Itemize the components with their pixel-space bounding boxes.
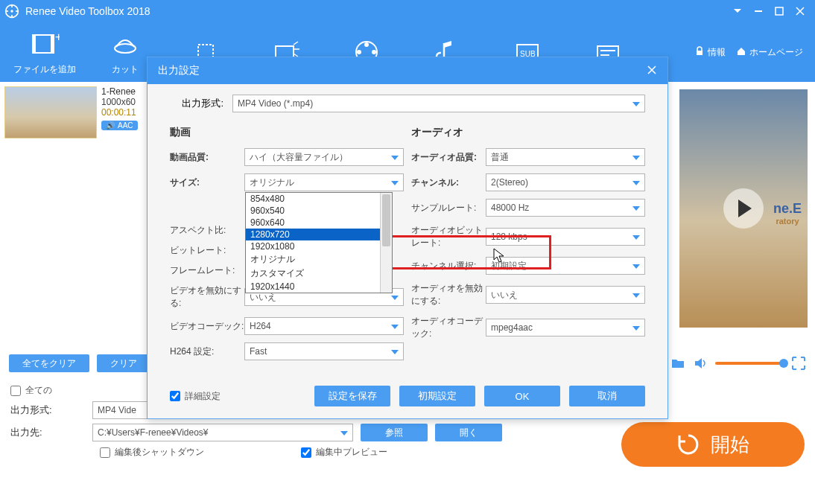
chevron-down-icon: [391, 152, 399, 162]
channel-select-label: チャンネル選択:: [411, 260, 486, 272]
size-option[interactable]: オリジナル: [246, 252, 392, 267]
modal-footer: 詳細設定 設定を保存 初期設定 OK 取消: [148, 378, 667, 418]
size-option[interactable]: 1280x720: [246, 229, 392, 240]
audio-bitrate-label: オーディオビットレート:: [411, 224, 486, 249]
start-button[interactable]: 開始: [621, 422, 805, 467]
info-link[interactable]: 情報: [694, 46, 726, 59]
aspect-ratio-label: アスペクト比:: [170, 224, 244, 237]
home-icon: [736, 46, 746, 59]
open-folder-icon[interactable]: [670, 356, 685, 371]
volume-icon[interactable]: [693, 356, 708, 371]
dropdown-scrollbar[interactable]: [380, 193, 392, 293]
video-codec-select[interactable]: H264: [244, 317, 404, 335]
audio-heading: オーディオ: [411, 126, 645, 139]
add-file-label: ファイルを追加: [4, 63, 85, 76]
file-thumbnail: [4, 86, 97, 138]
size-option[interactable]: 960x540: [246, 205, 392, 217]
h264-setting-select[interactable]: Fast: [244, 342, 404, 360]
output-format-modal-select[interactable]: MP4 Video (*.mp4): [232, 95, 645, 112]
chevron-down-icon: [632, 322, 640, 333]
size-option[interactable]: 1920x1080: [246, 240, 392, 252]
audio-quality-select[interactable]: 普通: [486, 148, 645, 166]
maximize-button[interactable]: [769, 1, 790, 22]
homepage-link[interactable]: ホームページ: [736, 46, 803, 59]
audio-codec-badge[interactable]: 🔊AAC: [101, 121, 138, 130]
reset-settings-button[interactable]: 初期設定: [399, 386, 475, 406]
scrollbar-thumb[interactable]: [382, 194, 390, 246]
disable-audio-select[interactable]: いいえ: [486, 286, 645, 304]
samplerate-select[interactable]: 48000 Hz: [486, 199, 645, 217]
audio-codec-label: オーディオコーデック:: [411, 315, 486, 340]
preview-while-editing-checkbox[interactable]: 編集中プレビュー: [301, 446, 387, 459]
title-bar: Renee Video Toolbox 2018: [0, 0, 815, 22]
modal-titlebar: 出力設定: [148, 57, 667, 84]
video-column: 動画 動画品質:ハイ（大容量ファイル） サイズ: オリジナル 854x48096…: [170, 120, 404, 368]
output-format-modal-label: 出力形式:: [170, 97, 223, 110]
video-preview[interactable]: ne.E ratory: [679, 89, 808, 328]
close-window-button[interactable]: [790, 1, 811, 22]
video-bitrate-label: ビットレート:: [170, 244, 244, 257]
audio-bitrate-select[interactable]: 128 kbps: [486, 228, 645, 246]
add-file-icon: +: [4, 29, 85, 59]
clear-all-button[interactable]: 全てをクリア: [9, 354, 89, 372]
preview-watermark: ne.E ratory: [773, 201, 802, 226]
audio-column: オーディオ オーディオ品質:普通 チャンネル:2(Stereo) サンプルレート…: [411, 120, 645, 368]
svg-point-17: [372, 50, 376, 54]
video-quality-label: 動画品質:: [170, 151, 244, 164]
cancel-button[interactable]: 取消: [569, 386, 645, 406]
video-size-label: サイズ:: [170, 176, 244, 189]
file-dimensions: 1000x60: [101, 97, 138, 107]
svg-rect-25: [697, 51, 703, 55]
framerate-label: フレームレート:: [170, 264, 244, 277]
ok-button[interactable]: OK: [484, 386, 560, 406]
modal-title-text: 出力設定: [158, 64, 200, 77]
minimize-button[interactable]: [748, 1, 769, 22]
dropdown-button[interactable]: [727, 1, 748, 22]
chevron-down-icon: [632, 177, 640, 188]
channel-select-select[interactable]: 初期設定: [486, 257, 645, 275]
shutdown-after-checkbox[interactable]: 編集後シャットダウン: [100, 446, 204, 459]
select-all-checkbox[interactable]: 全ての: [10, 384, 52, 397]
size-option[interactable]: カスタマイズ: [246, 267, 392, 281]
preview-panel: ne.E ratory: [679, 89, 808, 328]
video-codec-label: ビデオコーデック:: [170, 320, 244, 333]
samplerate-label: サンプルレート:: [411, 202, 486, 214]
video-size-dropdown-list[interactable]: 854x480960x540960x6401280x7201920x1080オリ…: [245, 192, 393, 293]
chevron-down-icon: [632, 261, 640, 271]
play-icon[interactable]: [723, 188, 764, 229]
chevron-down-icon: [632, 232, 640, 242]
svg-rect-8: [33, 35, 54, 53]
size-option[interactable]: 854x480: [246, 193, 392, 205]
size-option[interactable]: 960x640: [246, 217, 392, 229]
fullscreen-icon[interactable]: [791, 356, 806, 371]
clear-button[interactable]: クリア: [97, 354, 150, 372]
output-destination-select[interactable]: C:¥Users¥F-renee¥Videos¥: [92, 424, 353, 441]
lock-icon: [694, 46, 705, 59]
browse-button[interactable]: 参照: [361, 424, 428, 441]
cut-icon: [85, 29, 165, 59]
video-size-select[interactable]: オリジナル 854x480960x540960x6401280x7201920x…: [244, 173, 404, 191]
add-file-tool[interactable]: + ファイルを追加: [4, 29, 85, 76]
audio-channel-select[interactable]: 2(Stereo): [486, 173, 645, 191]
h264-setting-label: H264 設定:: [170, 345, 244, 358]
file-duration: 00:00:11: [101, 107, 138, 118]
chevron-down-icon: [391, 346, 399, 357]
svg-point-19: [357, 50, 361, 54]
file-meta: 1-Renee 1000x60 00:00:11 🔊AAC: [101, 86, 138, 138]
video-heading: 動画: [170, 126, 404, 139]
file-item[interactable]: 1-Renee 1000x60 00:00:11 🔊AAC: [4, 86, 145, 138]
audio-channel-label: チャンネル:: [411, 176, 486, 189]
open-button[interactable]: 開く: [435, 424, 502, 441]
chevron-down-icon: [340, 427, 348, 438]
audio-quality-label: オーディオ品質:: [411, 151, 486, 164]
svg-rect-9: [33, 35, 36, 53]
volume-slider[interactable]: [715, 362, 784, 365]
chevron-down-icon: [632, 98, 640, 109]
size-option[interactable]: 1920x1440: [246, 281, 392, 293]
audio-codec-select[interactable]: mpeg4aac: [486, 319, 645, 336]
video-quality-select[interactable]: ハイ（大容量ファイル）: [244, 148, 404, 166]
save-settings-button[interactable]: 設定を保存: [314, 386, 390, 406]
advanced-settings-checkbox[interactable]: 詳細設定: [170, 390, 221, 403]
volume-knob[interactable]: [779, 359, 788, 368]
modal-close-button[interactable]: [647, 65, 657, 77]
